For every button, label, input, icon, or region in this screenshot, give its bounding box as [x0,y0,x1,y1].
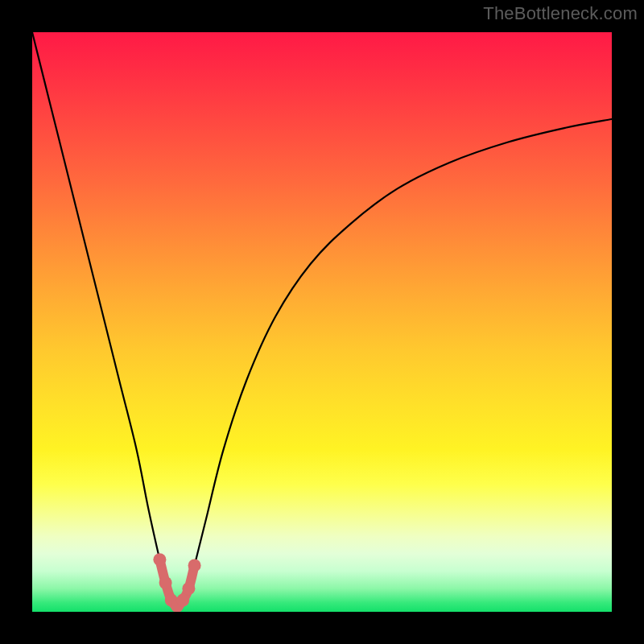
curve-svg [32,32,612,612]
highlight-dot [165,594,178,607]
bottleneck-curve [32,32,612,606]
highlight-dot [171,600,184,612]
chart-container: TheBottleneck.com [0,0,644,644]
watermark-text: TheBottleneck.com [483,3,638,24]
highlight-dot [153,553,166,566]
highlight-dot [188,559,201,572]
highlight-dot [182,582,195,595]
highlight-dot [176,594,189,607]
bottleneck-highlight-region [153,553,200,612]
highlight-dot [159,576,172,589]
bottleneck-highlight-curve [159,559,194,606]
plot-area [32,32,612,612]
